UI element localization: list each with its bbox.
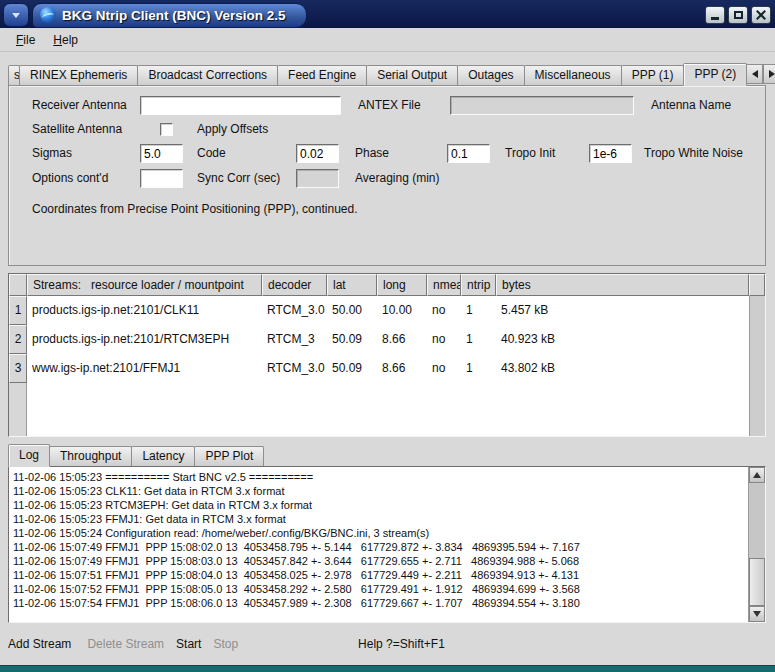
scrollbar-thumb[interactable]	[749, 558, 765, 606]
cell-decoder[interactable]: RTCM_3	[262, 325, 327, 354]
cell-lat[interactable]: 50.00	[327, 296, 377, 325]
sigma-phase-input[interactable]	[296, 144, 339, 163]
table-row[interactable]: products.igs-ip.net:2101/CLK11 RTCM_3.0 …	[27, 296, 749, 325]
averaging-label: Averaging (min)	[355, 169, 439, 188]
cell-ntrip[interactable]: 1	[461, 354, 496, 383]
up-triangle-icon	[753, 472, 761, 478]
log-line: 11-02-06 15:05:23 RTCM3EPH: Get data in …	[13, 498, 746, 512]
tab-serial-output[interactable]: Serial Output	[366, 65, 458, 85]
streams-table-header: Streams: resource loader / mountpoint de…	[9, 274, 765, 296]
close-button[interactable]	[751, 6, 771, 24]
cell-lat[interactable]: 50.09	[327, 354, 377, 383]
tab-scrollers	[746, 64, 775, 84]
tab-latency[interactable]: Latency	[131, 446, 195, 466]
table-scrollbar-track[interactable]	[749, 296, 765, 436]
header-lat[interactable]: lat	[327, 274, 377, 296]
log-scrollbar[interactable]	[748, 467, 765, 622]
log-frame: 11-02-06 15:05:23 ========== Start BNC v…	[8, 466, 766, 623]
tab-ppp-plot[interactable]: PPP Plot	[194, 446, 264, 466]
tab-rinex-ephemeris[interactable]: RINEX Ephemeris	[19, 65, 138, 85]
tab-miscellaneous[interactable]: Miscellaneous	[524, 65, 622, 85]
tab-scroll-right-button[interactable]	[763, 64, 775, 84]
tab-outages[interactable]: Outages	[457, 65, 524, 85]
header-decoder[interactable]: decoder	[262, 274, 327, 296]
cell-mountpoint[interactable]: www.igs-ip.net:2101/FFMJ1	[27, 354, 262, 383]
sigmas-label: Sigmas	[32, 144, 72, 163]
cell-ntrip[interactable]: 1	[461, 325, 496, 354]
tab-ppp-2[interactable]: PPP (2)	[683, 63, 747, 86]
header-streams[interactable]: Streams: resource loader / mountpoint	[27, 274, 262, 296]
scroll-down-button[interactable]	[749, 606, 765, 622]
table-row[interactable]: products.igs-ip.net:2101/RTCM3EPH RTCM_3…	[27, 325, 749, 354]
options-contd-input[interactable]	[140, 169, 183, 188]
header-nmea[interactable]: nmea	[427, 274, 461, 296]
tropo-init-label: Tropo Init	[505, 144, 555, 163]
bnc-window: BKG Ntrip Client (BNC) Version 2.5 File …	[0, 0, 775, 672]
sigma-code-input[interactable]	[140, 144, 183, 163]
cell-bytes[interactable]: 40.923 kB	[496, 325, 555, 354]
options-contd-label: Options cont'd	[32, 169, 108, 188]
log-line: 11-02-06 15:07:52 FFMJ1 PPP 15:08:05.0 1…	[13, 582, 746, 596]
close-icon	[756, 10, 766, 20]
tropo-white-noise-label: Tropo White Noise	[644, 144, 743, 163]
cell-long[interactable]: 8.66	[377, 325, 427, 354]
tab-log[interactable]: Log	[8, 444, 50, 467]
tab-feed-engine[interactable]: Feed Engine	[277, 65, 367, 85]
antenna-name-label: Antenna Name	[651, 96, 731, 115]
apply-offsets-label: Apply Offsets	[197, 120, 268, 139]
table-corner-right	[749, 274, 765, 296]
maximize-button[interactable]	[728, 6, 748, 24]
cell-long[interactable]: 10.00	[377, 296, 427, 325]
antex-file-label: ANTEX File	[358, 96, 421, 115]
menu-item-help[interactable]: Help	[44, 30, 87, 50]
tab-scroll-left-button[interactable]	[746, 64, 763, 84]
header-ntrip[interactable]: ntrip	[461, 274, 496, 296]
tab-broadcast-corrections[interactable]: Broadcast Corrections	[137, 65, 278, 85]
log-output[interactable]: 11-02-06 15:05:23 ========== Start BNC v…	[9, 467, 748, 622]
cell-lat[interactable]: 50.09	[327, 325, 377, 354]
cell-bytes[interactable]: 43.802 kB	[496, 354, 555, 383]
receiver-antenna-label: Receiver Antenna	[32, 96, 127, 115]
log-line: 11-02-06 15:05:23 CLK11: Get data in RTC…	[13, 484, 746, 498]
cell-mountpoint[interactable]: products.igs-ip.net:2101/RTCM3EPH	[27, 325, 262, 354]
scrollbar-track[interactable]	[749, 483, 765, 606]
table-row[interactable]: www.igs-ip.net:2101/FFMJ1 RTCM_3.0 50.09…	[27, 354, 749, 383]
cell-decoder[interactable]: RTCM_3.0	[262, 296, 327, 325]
row-number[interactable]: 3	[9, 354, 27, 383]
tropo-white-noise-input[interactable]	[589, 144, 632, 163]
row-number-gutter: 1 2 3	[9, 296, 27, 436]
cell-nmea[interactable]: no	[427, 354, 461, 383]
cell-long[interactable]: 8.66	[377, 354, 427, 383]
scroll-up-button[interactable]	[749, 467, 765, 483]
add-stream-button[interactable]: Add Stream	[8, 637, 71, 651]
row-number[interactable]: 2	[9, 325, 27, 354]
cell-mountpoint[interactable]: products.igs-ip.net:2101/CLK11	[27, 296, 262, 325]
stop-button: Stop	[213, 637, 238, 651]
bottom-strip	[0, 665, 775, 672]
start-button[interactable]: Start	[176, 637, 201, 651]
log-line: 11-02-06 15:07:49 FFMJ1 PPP 15:08:02.0 1…	[13, 540, 746, 554]
tab-throughput[interactable]: Throughput	[49, 446, 132, 466]
minimize-button[interactable]	[705, 6, 725, 24]
receiver-antenna-input[interactable]	[140, 96, 341, 115]
cell-nmea[interactable]: no	[427, 296, 461, 325]
header-bytes[interactable]: bytes	[496, 274, 749, 296]
satellite-antenna-label: Satellite Antenna	[32, 120, 122, 139]
header-long[interactable]: long	[377, 274, 427, 296]
row-number[interactable]: 1	[9, 296, 27, 325]
right-triangle-icon	[769, 70, 775, 78]
menu-item-file[interactable]: File	[7, 30, 44, 50]
window-controls	[705, 6, 771, 24]
apply-offsets-checkbox[interactable]	[160, 123, 173, 136]
menubar: File Help	[0, 28, 775, 52]
left-triangle-icon	[752, 70, 758, 78]
window-menu-button[interactable]	[3, 3, 29, 27]
cell-decoder[interactable]: RTCM_3.0	[262, 354, 327, 383]
cell-bytes[interactable]: 5.457 kB	[496, 296, 548, 325]
tropo-init-input[interactable]	[447, 144, 490, 163]
cell-ntrip[interactable]: 1	[461, 296, 496, 325]
tab-ppp-1[interactable]: PPP (1)	[621, 65, 685, 85]
title-capsule: BKG Ntrip Client (BNC) Version 2.5	[32, 3, 307, 28]
cell-nmea[interactable]: no	[427, 325, 461, 354]
titlebar[interactable]: BKG Ntrip Client (BNC) Version 2.5	[0, 0, 775, 28]
